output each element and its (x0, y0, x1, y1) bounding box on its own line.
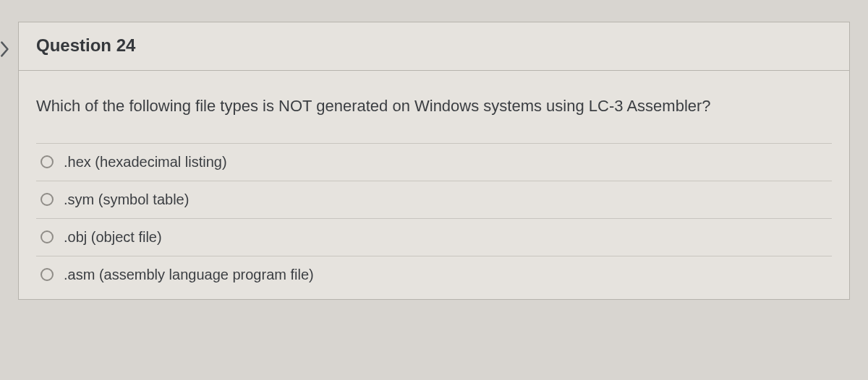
question-body: Which of the following file types is NOT… (19, 71, 849, 299)
option-label: .hex (hexadecimal listing) (64, 154, 227, 170)
question-header: Question 24 (19, 22, 849, 71)
option-label: .obj (object file) (64, 229, 162, 246)
option-hex[interactable]: .hex (hexadecimal listing) (36, 144, 832, 181)
option-label: .asm (assembly language program file) (64, 267, 314, 283)
option-asm[interactable]: .asm (assembly language program file) (36, 256, 832, 293)
question-title: Question 24 (36, 35, 832, 56)
question-card: Question 24 Which of the following file … (18, 22, 850, 300)
radio-icon (41, 155, 54, 168)
question-prompt: Which of the following file types is NOT… (36, 95, 832, 117)
radio-icon (41, 268, 54, 281)
option-label: .sym (symbol table) (64, 191, 189, 208)
radio-icon (41, 230, 54, 243)
chevron-right-icon (0, 40, 10, 58)
option-obj[interactable]: .obj (object file) (36, 219, 832, 256)
radio-icon (41, 193, 54, 206)
option-sym[interactable]: .sym (symbol table) (36, 181, 832, 219)
options-list: .hex (hexadecimal listing) .sym (symbol … (36, 143, 832, 293)
